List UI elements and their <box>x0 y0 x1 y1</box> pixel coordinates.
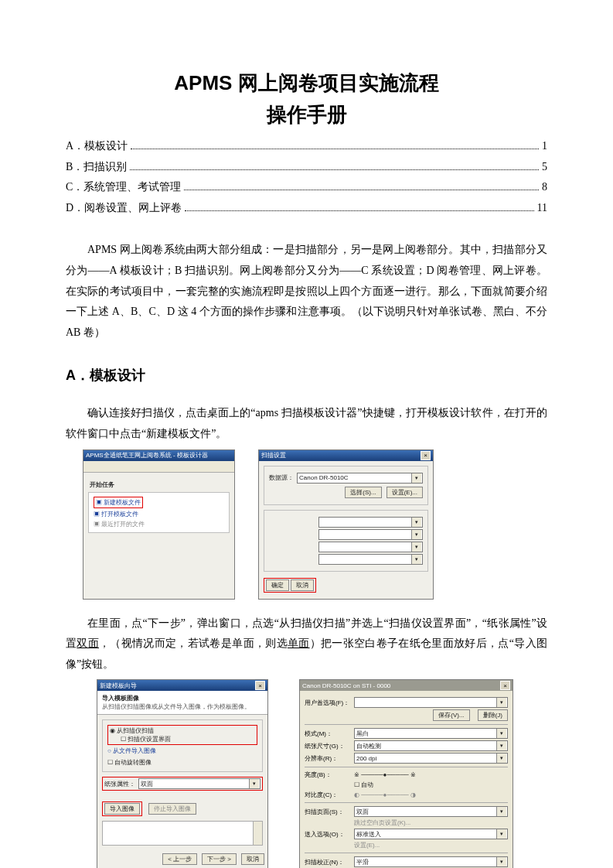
toc-label: A．模板设计 <box>66 136 128 157</box>
fig2-setup-button[interactable]: 设置(E)... <box>387 487 423 498</box>
fig1-group-label: 开始任务 <box>90 480 230 489</box>
fig3-next-button[interactable]: 下一步 > <box>202 853 237 865</box>
fig3-paper-dropdown[interactable]: 双面 <box>138 778 261 789</box>
fig4-user-dropdown[interactable] <box>354 697 508 708</box>
fig3-paper-label: 纸张属性： <box>104 780 135 788</box>
fig4-bright-label: 亮度(B)： <box>305 771 351 779</box>
figure-row-2: 新建模板向导 × 导入模板图像 从扫描仪扫描图像或从文件导入图像，作为模板图像。… <box>97 679 547 868</box>
fig3-check-ui[interactable]: 扫描仪设置界面 <box>121 735 255 743</box>
fig4-window: Canon DR-5010C on STI - 0000 × 用户首选项(F)：… <box>299 679 513 868</box>
intro-paragraph: APMS 网上阅卷系统由两大部分组成：一是扫描部分，另一是网上阅卷部分。其中，扫… <box>66 240 547 343</box>
fig4-skip-link[interactable]: 跳过空白页设置(K)... <box>354 818 410 827</box>
fig3-radio-scan[interactable]: 从扫描仪扫描 <box>110 726 255 735</box>
fig4-deskew-dropdown[interactable]: 平滑 <box>354 856 508 867</box>
fig2-cancel-button[interactable]: 取消 <box>291 579 314 591</box>
section-a-p1: 确认连接好扫描仪，点击桌面上的“apms 扫描模板设计器”快捷键，打开模板设计软… <box>66 403 547 444</box>
close-icon[interactable]: × <box>255 681 265 690</box>
toc-page: 8 <box>542 177 547 198</box>
toc-label: D．阅卷设置、网上评卷 <box>66 198 182 219</box>
fig2-src-dropdown[interactable]: Canon DR-5010C <box>297 473 423 484</box>
fig4-size-label: 纸张尺寸(G)： <box>305 742 351 750</box>
fig4-feed-set[interactable]: 设置(E)... <box>354 841 380 849</box>
section-a-heading: A．模板设计 <box>66 366 547 384</box>
table-of-contents: A．模板设计 1 B．扫描识别 5 C．系统管理、考试管理 8 D．阅卷设置、网… <box>66 136 547 218</box>
fig2-dd[interactable] <box>318 542 423 552</box>
fig2-titlebar: 扫描设置 × <box>259 450 433 461</box>
doc-title: APMS 网上阅卷项目实施流程 <box>66 70 547 97</box>
fig3-check-rotate[interactable]: 自动旋转图像 <box>107 758 257 767</box>
toc-dots <box>130 169 539 170</box>
toc-page: 5 <box>542 157 547 178</box>
close-icon[interactable]: × <box>421 451 431 460</box>
fig4-delete-button[interactable]: 删除(J) <box>478 709 508 721</box>
toc-page: 1 <box>542 136 547 157</box>
fig3-back-button[interactable]: < 上一步 <box>162 853 197 865</box>
fig4-contrast-label: 对比度(C)： <box>305 791 351 799</box>
fig3-import-button[interactable]: 导入图像 <box>104 803 140 815</box>
fig4-user-label: 用户首选项(F)： <box>305 699 351 707</box>
fig4-size-dropdown[interactable]: 自动检测 <box>354 740 508 751</box>
fig4-auto-check[interactable]: 自动 <box>354 781 373 789</box>
fig4-side-dropdown[interactable]: 双面 <box>354 806 508 817</box>
fig2-dd[interactable] <box>318 517 423 528</box>
fig1-recent-files[interactable]: ▣ 最近打开的文件 <box>92 519 226 529</box>
fig4-titlebar: Canon DR-5010C on STI - 0000 × <box>300 680 513 691</box>
section-a-p2: 在里面，点“下一步”，弹出窗口，点选“从扫描仪扫描”并选上“扫描仪设置界面”，“… <box>66 613 547 675</box>
toc-row: D．阅卷设置、网上评卷 11 <box>66 198 547 219</box>
fig4-mode-label: 模式(M)： <box>305 730 351 738</box>
figure-row-1: APMS全通纸笔王网上阅卷系统 - 模板设计器 开始任务 ▣ 新建模板文件 ▣ … <box>83 449 547 600</box>
toc-row: B．扫描识别 5 <box>66 157 547 178</box>
toc-dots <box>131 149 539 149</box>
fig2-title: 扫描设置 <box>261 451 286 460</box>
toc-dots <box>185 210 533 211</box>
fig3-window: 新建模板向导 × 导入模板图像 从扫描仪扫描图像或从文件导入图像，作为模板图像。… <box>97 679 268 868</box>
fig4-feed-label: 送入选项(O)： <box>305 830 351 839</box>
fig4-save-button[interactable]: 保存(V)... <box>433 709 469 721</box>
fig4-dpi-dropdown[interactable]: 200 dpi <box>354 753 508 764</box>
fig1-new-template[interactable]: ▣ 新建模板文件 <box>92 496 226 509</box>
toc-dots <box>184 190 539 190</box>
toc-row: C．系统管理、考试管理 8 <box>66 177 547 198</box>
fig4-dpi-label: 分辨率(R)： <box>305 754 351 763</box>
toc-row: A．模板设计 1 <box>66 136 547 157</box>
fig4-side-label: 扫描页面(S)： <box>305 808 351 816</box>
fig2-dd[interactable] <box>318 554 423 565</box>
fig3-sub: 从扫描仪扫描图像或从文件导入图像，作为模板图像。 <box>102 702 263 711</box>
fig3-title: 新建模板向导 <box>100 682 137 690</box>
toc-page: 11 <box>537 198 547 219</box>
fig3-cancel-button[interactable]: 取消 <box>241 853 264 865</box>
toc-label: C．系统管理、考试管理 <box>66 177 181 198</box>
fig1-title: APMS全通纸笔王网上阅卷系统 - 模板设计器 <box>86 451 208 460</box>
fig3-radio-file[interactable]: 从文件导入图像 <box>107 747 257 755</box>
toc-label: B．扫描识别 <box>66 157 127 178</box>
fig3-stop-button[interactable]: 停止导入图像 <box>148 803 196 815</box>
fig1-open-template[interactable]: ▣ 打开模板文件 <box>92 509 226 519</box>
close-icon[interactable]: × <box>500 681 510 690</box>
fig4-mode-dropdown[interactable]: 黑白 <box>354 728 508 739</box>
fig4-title: Canon DR-5010C on STI - 0000 <box>302 682 390 689</box>
fig1-titlebar: APMS全通纸笔王网上阅卷系统 - 模板设计器 <box>83 450 234 461</box>
fig2-select-button[interactable]: 选择(S)... <box>345 487 381 498</box>
fig3-heading: 导入模板图像 <box>102 694 263 702</box>
fig2-window: 扫描设置 × 数据源： Canon DR-5010C 选择(S)... 设置(E… <box>258 449 434 600</box>
fig2-src-label: 数据源： <box>269 473 294 482</box>
fig2-ok-button[interactable]: 确定 <box>266 579 289 591</box>
fig4-deskew-label: 扫描校正(N)： <box>305 858 351 866</box>
fig2-dd[interactable] <box>318 529 423 540</box>
fig1-window: APMS全通纸笔王网上阅卷系统 - 模板设计器 开始任务 ▣ 新建模板文件 ▣ … <box>83 449 235 600</box>
fig4-feed-dropdown[interactable]: 标准送入 <box>354 829 508 839</box>
fig3-titlebar: 新建模板向导 × <box>97 680 267 691</box>
doc-subtitle: 操作手册 <box>66 101 547 128</box>
